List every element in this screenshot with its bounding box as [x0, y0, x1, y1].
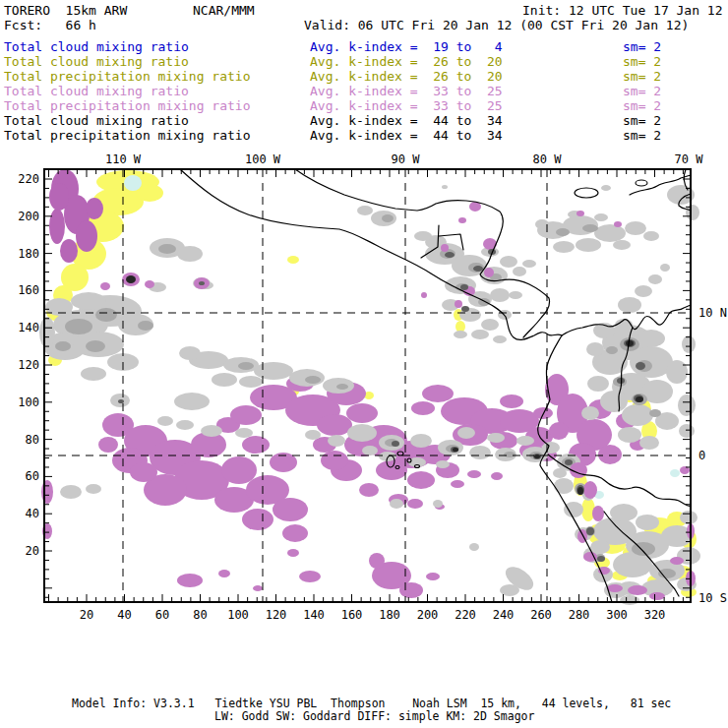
bottom-axis-label: 60: [155, 608, 169, 622]
left-axis-label: 80: [26, 433, 39, 447]
bottom-axis-label: 40: [117, 608, 131, 622]
weather-model-plot: { "header": { "model": "TORERO 15km ARW"…: [0, 0, 728, 728]
model-info-line2: LW: Godd SW: Goddard DIFF: simple KM: 2D…: [214, 709, 534, 723]
bottom-axis-label: 80: [193, 608, 207, 622]
bottom-axis-label: 180: [379, 608, 400, 622]
right-axis-label: 10 N: [698, 306, 727, 320]
bottom-axis-label: 120: [266, 608, 287, 622]
bottom-axis-label: 140: [303, 608, 325, 622]
top-axis-label: 70 W: [675, 152, 704, 166]
left-axis-label: 160: [18, 283, 39, 297]
bottom-axis-label: 240: [493, 608, 515, 622]
bottom-axis-label: 280: [569, 608, 590, 622]
bottom-axis-label: 220: [455, 608, 476, 622]
left-axis-label: 100: [18, 395, 39, 409]
forecast-map: 110 W100 W90 W80 W70 W204060801001201401…: [0, 0, 728, 728]
bottom-axis-label: 200: [417, 608, 439, 622]
left-axis-label: 20: [26, 544, 39, 558]
top-axis-label: 100 W: [245, 152, 281, 166]
bottom-axis-label: 300: [606, 608, 628, 622]
left-axis-label: 180: [18, 247, 39, 261]
left-axis-label: 200: [18, 210, 39, 223]
left-axis-label: 60: [26, 469, 39, 483]
bottom-axis-label: 100: [227, 608, 249, 622]
model-info-line1: Model Info: V3.3.1 Tiedtke YSU PBL Thomp…: [72, 697, 671, 710]
left-axis-label: 120: [18, 358, 39, 372]
top-axis-label: 80 W: [533, 152, 563, 166]
island-isle-of-youth: [636, 180, 647, 186]
left-axis-label: 220: [18, 172, 39, 186]
bottom-axis-label: 160: [341, 608, 363, 622]
bottom-axis-label: 320: [644, 608, 666, 622]
right-axis-label: 0: [698, 449, 705, 462]
top-axis-label: 90 W: [392, 152, 421, 166]
left-axis-label: 40: [26, 507, 39, 520]
coast-gulf-yucatan-caribbean: [295, 169, 550, 337]
left-axis-label: 140: [18, 321, 39, 334]
right-axis-label: 10 S: [698, 591, 727, 605]
top-axis-label: 110 W: [105, 152, 142, 166]
bottom-axis-label: 20: [80, 608, 93, 622]
island-jamaica: [575, 188, 598, 198]
bottom-axis-label: 260: [530, 608, 552, 622]
